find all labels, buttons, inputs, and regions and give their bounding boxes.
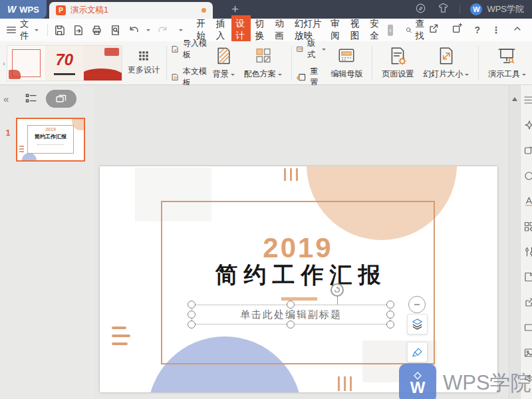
layout-grid-icon[interactable] xyxy=(523,221,532,232)
template-thumbnail-1[interactable] xyxy=(7,46,46,80)
layout-button[interactable]: 版式 xyxy=(296,38,326,61)
picture-panel-icon[interactable] xyxy=(523,347,532,358)
collapse-float-toolbar-button[interactable] xyxy=(408,296,426,313)
resize-handle-top-right[interactable] xyxy=(386,301,394,309)
file-menu-button[interactable]: 文件 xyxy=(17,18,41,42)
wps-academy-logo-icon: W xyxy=(470,3,482,15)
slide-panel-toolbar: « xyxy=(0,85,94,112)
slide-1-thumbnail[interactable]: 2019 简约工作汇报 xyxy=(16,118,85,162)
present-tools-label: 演示工具 xyxy=(488,68,520,80)
toolbar-more-caret[interactable] xyxy=(179,29,183,33)
collapse-ribbon-icon[interactable] xyxy=(512,23,523,37)
doc-template-icon xyxy=(171,72,180,82)
resize-handle-top-center[interactable] xyxy=(287,301,295,309)
slide-panel-icon[interactable] xyxy=(523,322,532,333)
tab-design[interactable]: 设计 xyxy=(231,15,251,45)
collapse-panel-button[interactable]: « xyxy=(3,93,7,104)
resize-handle-bottom-center[interactable] xyxy=(287,321,295,329)
menu-bar: 文件 开始 xyxy=(0,19,532,41)
document-tab[interactable]: P 演示文稿1 xyxy=(49,2,213,19)
print-preview-button[interactable] xyxy=(109,24,122,37)
tabs-overflow-button[interactable]: › xyxy=(388,25,393,36)
properties-icon[interactable] xyxy=(523,94,532,106)
minus-icon xyxy=(413,301,421,309)
template-panel-icon[interactable] xyxy=(523,271,532,283)
vertical-scrollbar[interactable] xyxy=(509,85,520,399)
tab-security[interactable]: 安全 xyxy=(366,15,385,45)
rotate-handle[interactable] xyxy=(331,283,344,297)
template-70-text: 70 xyxy=(46,51,84,69)
effects-icon[interactable] xyxy=(523,120,532,131)
skin-center-icon[interactable] xyxy=(437,2,450,17)
unsaved-dot-icon xyxy=(201,8,206,13)
resize-handle-mid-left[interactable] xyxy=(188,311,196,319)
wps-menu-button[interactable]: W WPS xyxy=(0,0,47,19)
template-thumbnail-2[interactable]: 70 xyxy=(46,46,84,80)
print-button[interactable] xyxy=(90,24,103,37)
presentation-file-icon: P xyxy=(56,5,66,15)
animation-icon[interactable] xyxy=(523,145,532,156)
more-options-button[interactable]: ⋮ xyxy=(491,25,501,35)
share-panel-icon[interactable] xyxy=(523,297,532,308)
settings-sliders-icon[interactable] xyxy=(523,246,532,257)
design-template-gallery: 70 xyxy=(7,45,122,81)
deco-ticks-bottom xyxy=(338,376,352,391)
wordart-icon[interactable] xyxy=(523,196,532,207)
shape-icon[interactable] xyxy=(523,170,532,182)
tab-transitions[interactable]: 切换 xyxy=(251,15,271,45)
resize-handle-bottom-right[interactable] xyxy=(386,321,394,329)
page-setup-icon xyxy=(388,46,407,66)
import-template-label: 导入模板 xyxy=(183,38,208,61)
rotate-icon xyxy=(333,286,341,294)
watermark-logo-icon: W xyxy=(399,364,436,399)
background-button[interactable]: 背景 xyxy=(208,46,239,80)
slide-1[interactable]: 2019 简约工作汇报 单击此处编辑副标题 xyxy=(100,166,497,392)
color-scheme-button[interactable]: 配色方案 xyxy=(239,46,287,80)
slide-title-text[interactable]: 简约工作汇报 xyxy=(128,260,468,291)
main-area: « 1 2019 简约工作汇报 xyxy=(0,85,532,399)
grid-icon xyxy=(138,51,149,61)
scroll-up-icon[interactable] xyxy=(512,94,517,101)
present-tools-button[interactable]: 演示工具 xyxy=(483,46,531,80)
rotate-handle-line xyxy=(337,297,338,305)
tab-view[interactable]: 视图 xyxy=(346,15,366,45)
watermark-label: WPS学院 xyxy=(443,369,531,397)
gallery-scroll-left-button[interactable]: ‹ xyxy=(1,45,7,81)
find-button[interactable]: 查找 xyxy=(405,18,428,42)
wps-academy-label: WPS学院 xyxy=(487,3,524,15)
tab-animation[interactable]: 动画 xyxy=(271,15,290,45)
design-ribbon: ‹ 70 更多设计 导入模板 xyxy=(0,41,532,85)
layers-button[interactable] xyxy=(407,314,428,334)
hamburger-menu-icon[interactable] xyxy=(5,24,17,36)
redo-button[interactable] xyxy=(156,24,169,37)
resize-handle-top-left[interactable] xyxy=(188,301,196,309)
slide-year-text[interactable]: 2019 xyxy=(161,232,435,264)
save-button[interactable] xyxy=(53,24,66,37)
page-setup-button[interactable]: 页面设置 xyxy=(377,46,418,80)
help-button[interactable]: ? xyxy=(474,25,480,35)
brush-icon xyxy=(411,346,424,359)
edit-master-button[interactable]: 编辑母版 xyxy=(326,46,367,80)
resize-handle-bottom-left[interactable] xyxy=(188,321,196,329)
new-window-icon[interactable] xyxy=(451,23,463,37)
slides-view-button[interactable] xyxy=(46,90,76,108)
import-template-icon xyxy=(171,44,180,55)
import-template-button[interactable]: 导入模板 xyxy=(171,38,207,61)
undo-dropdown-caret[interactable] xyxy=(146,29,150,33)
tab-insert[interactable]: 插入 xyxy=(212,15,231,45)
present-tools-icon xyxy=(497,46,517,66)
template-thumbnail-3[interactable] xyxy=(84,46,122,80)
share-icon[interactable] xyxy=(428,23,440,37)
more-designs-button[interactable]: 更多设计 xyxy=(126,51,162,76)
promotion-icon[interactable] xyxy=(414,2,427,17)
export-button[interactable] xyxy=(72,24,84,37)
format-brush-button[interactable] xyxy=(407,342,428,362)
undo-button[interactable] xyxy=(128,24,140,37)
wps-presentation-window: W WPS P 演示文稿1 + W WPS学院 文 xyxy=(0,0,532,399)
outline-view-button[interactable] xyxy=(25,92,38,105)
wps-academy-link[interactable]: W WPS学院 xyxy=(470,3,524,15)
wps-logo-icon: W xyxy=(7,4,16,15)
tab-review[interactable]: 审阅 xyxy=(327,15,346,45)
resize-handle-mid-right[interactable] xyxy=(386,311,394,319)
slide-size-button[interactable]: 幻灯片大小 xyxy=(418,46,473,80)
